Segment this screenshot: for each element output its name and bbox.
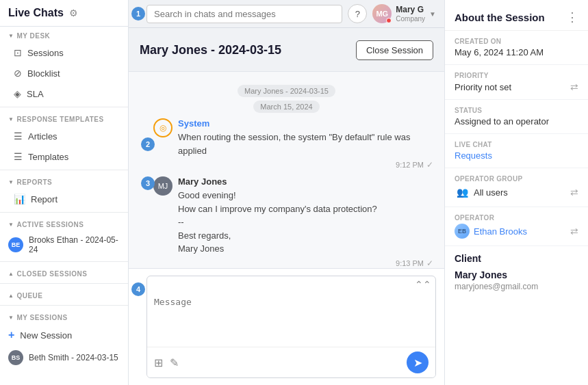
- priority-section: Priority Priority not set ⇄: [445, 65, 588, 100]
- send-icon: ➤: [413, 356, 422, 369]
- sidebar-item-articles[interactable]: ☰ Articles: [0, 126, 128, 146]
- client-label: Client: [445, 246, 588, 267]
- operator-group-user-row: 👥 All users: [455, 185, 508, 200]
- chat-message-system: 2 ◎ System When routing the session, the…: [153, 118, 433, 170]
- sla-icon: ◈: [14, 88, 21, 99]
- user-sender: Mary Jones: [178, 176, 433, 187]
- user-company: Company: [396, 15, 425, 23]
- template-icon[interactable]: ⊞: [154, 356, 163, 369]
- blocklist-icon: ⊘: [14, 68, 22, 79]
- live-chat-label: Live Chat: [455, 141, 578, 148]
- response-templates-section: ▼ RESPONSE TEMPLATES: [0, 110, 128, 126]
- swap-icon[interactable]: ⇄: [570, 187, 578, 198]
- system-message-text: When routing the session, the system "By…: [178, 131, 433, 157]
- sidebar-item-sessions[interactable]: ⊡ Sessions: [0, 42, 128, 63]
- system-sender[interactable]: System: [178, 118, 433, 129]
- chevron-up-icon: ▲: [8, 293, 14, 299]
- created-on-section: Created on May 6, 2024 11:20 AM: [445, 31, 588, 65]
- swap-icon[interactable]: ⇄: [570, 81, 578, 92]
- my-sessions-section: ▼ MY SESSIONS: [0, 308, 128, 324]
- client-email: maryjones@gmail.com: [455, 282, 578, 291]
- active-session-item[interactable]: BE Brooks Ethan - 2024-05-24: [0, 231, 128, 258]
- system-icon: ◎: [159, 123, 166, 133]
- status-value: Assigned to an operator: [455, 116, 578, 127]
- chat-header: Mary Jones - 2024-03-15 Close Session: [129, 28, 444, 72]
- sidebar-item-report[interactable]: 📊 Report: [0, 189, 128, 209]
- right-panel-header: About the Session ⋮: [445, 0, 588, 31]
- step-2-badge: 2: [141, 137, 155, 151]
- message-footer-icons: ⊞ ✎: [154, 356, 179, 369]
- sessions-icon: ⊡: [14, 47, 22, 58]
- live-chat-value[interactable]: Requests: [455, 150, 578, 161]
- priority-label: Priority: [455, 72, 578, 79]
- operator-group-row: 👥 All users ⇄: [455, 185, 578, 200]
- search-input[interactable]: [146, 5, 342, 23]
- chevron-down-icon: ▼: [8, 222, 14, 228]
- articles-icon: ☰: [14, 131, 23, 142]
- chat-title: Mary Jones - 2024-03-15: [140, 43, 281, 57]
- gear-icon[interactable]: ⚙: [69, 8, 78, 18]
- reports-section: ▼ REPORTS: [0, 173, 128, 189]
- operator-group-value: All users: [474, 187, 508, 198]
- about-session-title: About the Session: [455, 12, 545, 23]
- sidebar-item-blocklist[interactable]: ⊘ Blocklist: [0, 63, 128, 83]
- closed-sessions-section: ▲ CLOSED SESSIONS: [0, 265, 128, 280]
- user-message-meta: 9:13 PM ✓: [178, 258, 433, 268]
- operator-label: Operator: [455, 214, 578, 222]
- message-time: 9:12 PM: [396, 161, 424, 169]
- avatar: BS: [8, 350, 23, 365]
- client-name: Mary Jones: [455, 269, 578, 280]
- send-button[interactable]: ➤: [407, 351, 429, 373]
- sidebar: Live Chats ⚙ ▼ MY DESK ⊡ Sessions ⊘ Bloc…: [0, 0, 129, 385]
- status-label: Status: [455, 107, 578, 114]
- message-input[interactable]: [147, 290, 435, 345]
- check-icon: ✓: [426, 258, 433, 268]
- menu-icon[interactable]: ⋮: [566, 11, 578, 23]
- templates-icon: ☰: [14, 151, 23, 162]
- sidebar-header: Live Chats ⚙: [0, 0, 128, 27]
- operator-row: EB Ethan Brooks ⇄: [455, 224, 578, 239]
- user-message-content: Mary Jones Good evening! How can I impro…: [178, 176, 433, 268]
- check-icon: ✓: [426, 160, 433, 170]
- my-desk-section: ▼ MY DESK: [0, 27, 128, 42]
- step-1-badge: 1: [131, 7, 145, 21]
- chevron-down-icon: ▼: [429, 10, 436, 18]
- avatar: BE: [8, 237, 23, 252]
- plus-icon: +: [8, 329, 14, 341]
- sidebar-item-sla[interactable]: ◈ SLA: [0, 83, 128, 104]
- chevron-down-icon: ▼: [8, 179, 14, 185]
- my-session-item[interactable]: BS Beth Smith - 2024-03-15: [0, 346, 128, 369]
- user-status-dot: [386, 18, 392, 23]
- operator-section: Operator EB Ethan Brooks ⇄: [445, 207, 588, 246]
- close-session-button[interactable]: Close Session: [356, 40, 433, 60]
- user-chip[interactable]: MG Mary G Company ▼: [372, 4, 436, 23]
- chat-date-header: Mary Jones - 2024-03-15: [140, 85, 433, 96]
- message-input-area: 4 ⌃⌃ ⊞ ✎ ➤: [129, 268, 444, 385]
- right-panel: About the Session ⋮ Created on May 6, 20…: [444, 0, 588, 385]
- new-session-item[interactable]: + New Session: [0, 324, 128, 346]
- attach-icon[interactable]: ✎: [170, 356, 179, 369]
- operator-group-section: Operator group 👥 All users ⇄: [445, 168, 588, 207]
- sidebar-item-templates[interactable]: ☰ Templates: [0, 146, 128, 167]
- step-3-badge: 3: [141, 176, 155, 190]
- user-avatar: MJ: [153, 176, 172, 196]
- live-chat-section: Live Chat Requests: [445, 134, 588, 168]
- sidebar-title: Live Chats: [8, 7, 64, 19]
- operator-group-icon: 👥: [455, 185, 470, 200]
- message-box-footer: ⊞ ✎ ➤: [147, 347, 435, 377]
- created-on-value: May 6, 2024 11:20 AM: [455, 47, 578, 57]
- system-message-content: System When routing the session, the sys…: [178, 118, 433, 170]
- chat-day-header: March 15, 2024: [140, 101, 433, 111]
- client-info: Mary Jones maryjones@gmail.com: [445, 267, 588, 298]
- operator-value[interactable]: Ethan Brooks: [474, 226, 527, 237]
- operator-group-label: Operator group: [455, 175, 578, 183]
- chat-message-user: 3 MJ Mary Jones Good evening! How can I …: [153, 176, 433, 268]
- expand-icon[interactable]: ⌃⌃: [415, 279, 431, 290]
- user-name: Mary G: [396, 5, 425, 14]
- priority-row: Priority not set ⇄: [455, 81, 578, 92]
- avatar: MG: [372, 4, 392, 23]
- message-time: 9:13 PM: [396, 259, 424, 267]
- help-button[interactable]: ?: [348, 4, 367, 23]
- swap-icon[interactable]: ⇄: [570, 226, 578, 237]
- queue-section: ▲ QUEUE: [0, 287, 128, 302]
